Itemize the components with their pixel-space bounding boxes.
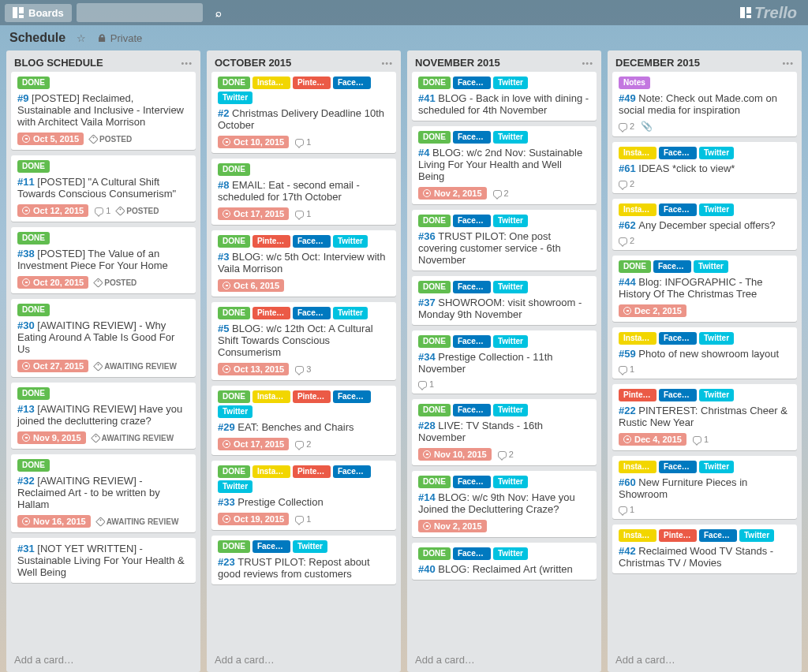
card[interactable]: DONEFaceb…Twitter#36 TRUST PILOT: One po… (412, 210, 597, 271)
search-input[interactable] (83, 7, 215, 19)
card[interactable]: DONE#9 [POSTED] Reclaimed, Sustainable a… (11, 72, 196, 150)
label-fb: Faceb… (453, 215, 491, 227)
card-title: #44 Blog: INFOGRAPHIC - The History Of T… (619, 276, 791, 300)
tag-icon (93, 361, 103, 371)
comment-icon (418, 381, 427, 388)
card-title: #61 IDEAS *click to view* (619, 162, 791, 174)
card[interactable]: Instag…Faceb…Twitter#62 Any December spe… (612, 199, 797, 250)
card-title: #49 Note: Check out Made.com on social m… (619, 92, 791, 116)
card[interactable]: DONEFaceb…Twitter#23 TRUST PILOT: Repost… (211, 536, 396, 584)
card[interactable]: DONEFaceb…Twitter#37 SHOWROOM: visit sho… (412, 276, 597, 325)
tag-badge: AWAITING REVIEW (92, 434, 174, 442)
card-title: #60 New Furniture Pieces in Showroom (619, 476, 791, 500)
card-number: #62 (619, 219, 638, 231)
card[interactable]: DONE#8 EMAIL: Eat - second email - sched… (211, 159, 396, 225)
comment-icon (295, 516, 304, 523)
list-menu-icon[interactable]: ••• (582, 58, 593, 68)
card-number: #9 (17, 92, 32, 104)
card-number: #41 (418, 92, 438, 104)
card[interactable]: DONEInstag…Pinter…Faceb…Twitter#33 Prest… (211, 461, 396, 530)
label-done: DONE (218, 307, 250, 319)
card-number: #60 (619, 476, 638, 488)
list-title[interactable]: BLOG SCHEDULE (14, 57, 103, 69)
comment-count: 2 (306, 439, 311, 449)
card[interactable]: DONEFaceb…Twitter#14 BLOG: w/c 9th Nov: … (412, 471, 597, 537)
label-done: DONE (418, 131, 451, 144)
card[interactable]: DONE#11 [POSTED] "A Cultural Shift Towar… (11, 155, 196, 222)
card[interactable]: Instag…Faceb…Twitter#61 IDEAS *click to … (612, 142, 797, 193)
card-number: #37 (418, 297, 438, 308)
card[interactable]: DONEFaceb…Twitter#44 Blog: INFOGRAPHIC -… (612, 256, 797, 322)
card[interactable]: DONEFaceb…Twitter#4 BLOG: w/c 2nd Nov: S… (412, 126, 597, 204)
label-tw: Twitter (218, 480, 252, 493)
card[interactable]: DONE#30 [AWAITING REVIEW] - Why Eating A… (11, 299, 196, 377)
star-icon[interactable]: ☆ (77, 32, 86, 44)
label-pint: Pinter… (293, 465, 331, 478)
card[interactable]: DONEPinter…Faceb…Twitter#3 BLOG: w/c 5th… (211, 230, 396, 297)
tag-text: AWAITING REVIEW (102, 434, 174, 442)
card-number: #36 (418, 230, 438, 242)
card-badges: 1 (619, 505, 791, 514)
comments-badge: 2 (619, 236, 634, 245)
card-badges: Nov 9, 2015AWAITING REVIEW (17, 431, 189, 444)
add-card-button[interactable]: Add a card… (608, 648, 802, 672)
card[interactable]: DONEFaceb…Twitter#41 BLOG - Back in love… (412, 72, 597, 121)
list-menu-icon[interactable]: ••• (782, 58, 794, 68)
card[interactable]: Instag…Faceb…Twitter#60 New Furniture Pi… (612, 456, 797, 519)
card-title: #29 EAT: Benches and Chairs (218, 421, 390, 433)
due-badge: Nov 16, 2015 (17, 515, 91, 528)
card[interactable]: DONE#13 [AWAITING REVIEW] Have you joine… (11, 383, 196, 449)
card-text: Any December special offers? (638, 219, 775, 231)
due-date: Nov 9, 2015 (33, 433, 81, 442)
add-card-button[interactable]: Add a card… (207, 648, 401, 672)
card[interactable]: Pinter…Faceb…Twitter#22 PINTEREST: Chris… (612, 384, 797, 450)
card[interactable]: Instag…Pinter…Faceb…Twitter#42 Reclaimed… (612, 525, 797, 573)
label-fb: Faceb… (333, 390, 371, 403)
label-tw: Twitter (699, 332, 734, 345)
label-done: DONE (619, 260, 651, 273)
label-insta: Instag… (619, 147, 656, 159)
card[interactable]: DONEInstag…Pinter…Faceb…Twitter#29 EAT: … (211, 386, 396, 455)
label-done: DONE (418, 476, 451, 488)
comment-icon (95, 207, 103, 215)
list-title[interactable]: DECEMBER 2015 (615, 57, 700, 69)
card-title: #2 Christmas Delivery Deadline 10th Octo… (218, 107, 390, 131)
boards-button[interactable]: Boards (5, 4, 72, 22)
search-box[interactable]: ⌕ (77, 3, 203, 22)
list-header: OCTOBER 2015••• (207, 50, 401, 72)
card[interactable]: DONE#38 [POSTED] The Value of an Investm… (11, 227, 196, 293)
clock-icon (223, 282, 230, 289)
card[interactable]: DONEFaceb…Twitter#40 BLOG: Reclaimed Art… (412, 543, 597, 580)
card-number: #33 (218, 496, 238, 508)
add-card-button[interactable]: Add a card… (6, 648, 200, 672)
card[interactable]: DONEPinter…Faceb…Twitter#5 BLOG: w/c 12t… (211, 302, 396, 380)
list-title[interactable]: NOVEMBER 2015 (415, 57, 500, 69)
card[interactable]: Notes#49 Note: Check out Made.com on soc… (612, 72, 797, 136)
comment-count: 2 (509, 450, 514, 459)
card[interactable]: Instag…Faceb…Twitter#59 Photo of new sho… (612, 327, 797, 379)
label-notes: Notes (619, 77, 650, 89)
card-title: #62 Any December special offers? (619, 219, 791, 231)
list-menu-icon[interactable]: ••• (181, 58, 193, 68)
card[interactable]: DONEInstag…Pinter…Faceb…Twitter#2 Christ… (211, 72, 396, 153)
label-done: DONE (17, 387, 50, 400)
label-done: DONE (17, 77, 50, 89)
card-labels: DONEFaceb…Twitter (418, 547, 590, 560)
list-menu-icon[interactable]: ••• (381, 58, 393, 68)
card[interactable]: DONEFaceb…Twitter#28 LIVE: TV Stands - 1… (412, 399, 597, 465)
tag-badge: POSTED (95, 278, 137, 287)
card[interactable]: DONE#32 [AWAITING REVIEW] - Reclaimed Ar… (11, 454, 196, 532)
label-pint: Pinter… (252, 307, 290, 319)
card-badges: Oct 27, 2015AWAITING REVIEW (17, 360, 189, 372)
card-labels: DONEPinter…Faceb…Twitter (218, 235, 390, 248)
add-card-button[interactable]: Add a card… (407, 648, 601, 672)
card-labels: DONE (17, 232, 189, 245)
card-title: #34 Prestige Collection - 11th November (418, 351, 590, 375)
tag-badge: AWAITING REVIEW (97, 517, 179, 526)
card-title: #23 TRUST PILOT: Repost about good revie… (218, 556, 390, 580)
label-done: DONE (17, 459, 50, 472)
card[interactable]: #31 [NOT YET WRITTEN] - Sustainable Livi… (11, 538, 196, 583)
list-title[interactable]: OCTOBER 2015 (215, 57, 291, 69)
card[interactable]: DONEFaceb…Twitter#34 Prestige Collection… (412, 330, 597, 394)
privacy-toggle[interactable]: 🔒︎ Private (97, 32, 142, 44)
